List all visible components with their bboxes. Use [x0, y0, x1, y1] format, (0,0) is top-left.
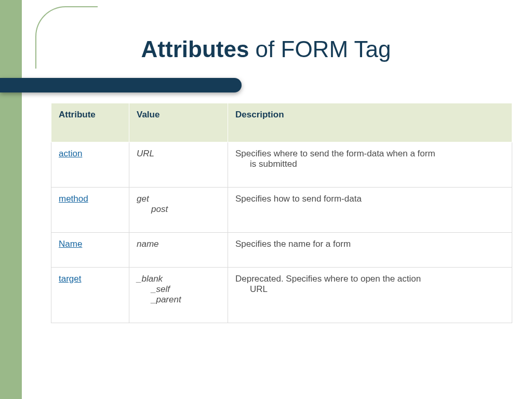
description-line: URL	[235, 284, 504, 295]
value-item: get	[137, 194, 220, 204]
table-row: actionURLSpecifies where to send the for…	[51, 142, 512, 188]
value-item: _parent	[137, 295, 220, 305]
value-item: _blank	[137, 274, 220, 284]
slide-title-rest: of FORM Tag	[249, 36, 391, 62]
table-body: actionURLSpecifies where to send the for…	[51, 142, 512, 323]
title-underline-bar	[0, 78, 242, 92]
description-line: is submitted	[235, 159, 504, 169]
table-header-row: Attribute Value Description	[51, 103, 512, 142]
description-line: Specifies where to send the form-data wh…	[235, 149, 504, 159]
attribute-link[interactable]: target	[59, 274, 81, 284]
table-row: NamenameSpecifies the name for a form	[51, 233, 512, 268]
cell-attribute: action	[51, 142, 129, 188]
cell-description: Specifies how to send form-data	[228, 188, 512, 233]
cell-attribute: method	[51, 188, 129, 233]
cell-value: URL	[129, 142, 228, 188]
description-line: Specifies the name for a form	[235, 239, 504, 249]
attribute-link[interactable]: action	[59, 149, 82, 158]
cell-value: _blank_self_parent	[129, 268, 228, 323]
cell-attribute: target	[51, 268, 129, 323]
header-value: Value	[129, 103, 228, 142]
value-item: URL	[137, 149, 220, 159]
cell-description: Specifies the name for a form	[228, 233, 512, 268]
attributes-table: Attribute Value Description actionURLSpe…	[51, 103, 512, 323]
attribute-link[interactable]: Name	[59, 239, 82, 249]
description-line: Deprecated. Specifies where to open the …	[235, 274, 504, 284]
cell-value: getpost	[129, 188, 228, 233]
slide-title-bold: Attributes	[141, 36, 249, 62]
cell-value: name	[129, 233, 228, 268]
value-item: post	[137, 204, 220, 215]
attribute-link[interactable]: method	[59, 194, 88, 204]
header-attribute: Attribute	[51, 103, 129, 142]
slide-title: Attributes of FORM Tag	[0, 36, 532, 62]
cell-description: Specifies where to send the form-data wh…	[228, 142, 512, 188]
cell-description: Deprecated. Specifies where to open the …	[228, 268, 512, 323]
cell-attribute: Name	[51, 233, 129, 268]
table-row: methodgetpostSpecifies how to send form-…	[51, 188, 512, 233]
table-row: target_blank_self_parentDeprecated. Spec…	[51, 268, 512, 323]
value-item: name	[137, 239, 220, 249]
header-description: Description	[228, 103, 512, 142]
value-item: _self	[137, 284, 220, 295]
description-line: Specifies how to send form-data	[235, 194, 504, 204]
